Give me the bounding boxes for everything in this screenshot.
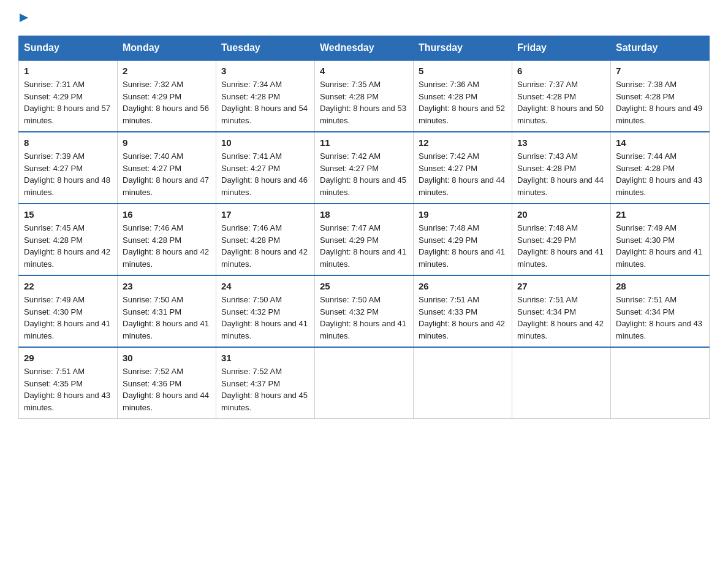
day-number: 21: [616, 209, 704, 220]
day-info: Sunrise: 7:49 AMSunset: 4:30 PMDaylight:…: [24, 294, 112, 342]
day-number: 11: [320, 137, 408, 148]
day-info: Sunrise: 7:46 AMSunset: 4:28 PMDaylight:…: [123, 222, 211, 270]
calendar-day-cell: 4 Sunrise: 7:35 AMSunset: 4:28 PMDayligh…: [315, 60, 414, 132]
calendar-day-cell: 11 Sunrise: 7:42 AMSunset: 4:27 PMDaylig…: [315, 132, 414, 204]
day-info: Sunrise: 7:45 AMSunset: 4:28 PMDaylight:…: [24, 222, 112, 270]
calendar-day-cell: 31 Sunrise: 7:52 AMSunset: 4:37 PMDaylig…: [216, 347, 315, 419]
calendar-day-cell: 5 Sunrise: 7:36 AMSunset: 4:28 PMDayligh…: [414, 60, 512, 132]
logo: [18, 12, 31, 23]
calendar-day-cell: 14 Sunrise: 7:44 AMSunset: 4:28 PMDaylig…: [611, 132, 710, 204]
day-number: 17: [221, 209, 309, 220]
calendar-day-cell: [611, 347, 710, 419]
day-info: Sunrise: 7:50 AMSunset: 4:31 PMDaylight:…: [123, 294, 211, 342]
day-info: Sunrise: 7:51 AMSunset: 4:34 PMDaylight:…: [517, 294, 605, 342]
day-number: 8: [24, 137, 112, 148]
day-number: 31: [221, 353, 309, 363]
day-info: Sunrise: 7:46 AMSunset: 4:28 PMDaylight:…: [221, 222, 309, 270]
day-info: Sunrise: 7:41 AMSunset: 4:27 PMDaylight:…: [221, 150, 309, 198]
day-number: 10: [221, 137, 309, 148]
calendar-day-cell: 15 Sunrise: 7:45 AMSunset: 4:28 PMDaylig…: [19, 204, 118, 275]
svg-marker-0: [20, 13, 28, 22]
day-info: Sunrise: 7:49 AMSunset: 4:30 PMDaylight:…: [616, 222, 704, 270]
calendar-day-cell: 29 Sunrise: 7:51 AMSunset: 4:35 PMDaylig…: [19, 347, 118, 419]
day-number: 5: [419, 66, 507, 76]
day-number: 29: [24, 353, 112, 363]
day-number: 12: [419, 137, 507, 148]
day-number: 13: [517, 137, 605, 148]
day-info: Sunrise: 7:37 AMSunset: 4:28 PMDaylight:…: [517, 79, 605, 126]
day-number: 19: [419, 209, 507, 220]
day-number: 30: [123, 353, 211, 363]
calendar-header-tuesday: Tuesday: [216, 36, 315, 61]
calendar-header-sunday: Sunday: [19, 36, 118, 61]
page-header: [18, 12, 710, 23]
calendar-day-cell: 8 Sunrise: 7:39 AMSunset: 4:27 PMDayligh…: [19, 132, 118, 204]
day-info: Sunrise: 7:39 AMSunset: 4:27 PMDaylight:…: [24, 150, 112, 198]
day-number: 16: [123, 209, 211, 220]
calendar-day-cell: 7 Sunrise: 7:38 AMSunset: 4:28 PMDayligh…: [611, 60, 710, 132]
calendar-day-cell: 28 Sunrise: 7:51 AMSunset: 4:34 PMDaylig…: [611, 275, 710, 347]
calendar-week-row: 1 Sunrise: 7:31 AMSunset: 4:29 PMDayligh…: [19, 60, 710, 132]
calendar-day-cell: 21 Sunrise: 7:49 AMSunset: 4:30 PMDaylig…: [611, 204, 710, 275]
day-info: Sunrise: 7:51 AMSunset: 4:35 PMDaylight:…: [24, 366, 112, 413]
day-info: Sunrise: 7:31 AMSunset: 4:29 PMDaylight:…: [24, 79, 112, 126]
calendar-header-monday: Monday: [118, 36, 216, 61]
day-info: Sunrise: 7:35 AMSunset: 4:28 PMDaylight:…: [320, 79, 408, 126]
calendar-header-wednesday: Wednesday: [315, 36, 414, 61]
calendar-day-cell: 9 Sunrise: 7:40 AMSunset: 4:27 PMDayligh…: [118, 132, 216, 204]
calendar-day-cell: 19 Sunrise: 7:48 AMSunset: 4:29 PMDaylig…: [414, 204, 512, 275]
day-number: 7: [616, 66, 704, 76]
day-number: 23: [123, 281, 211, 291]
calendar-header-thursday: Thursday: [414, 36, 512, 61]
calendar-day-cell: 27 Sunrise: 7:51 AMSunset: 4:34 PMDaylig…: [512, 275, 611, 347]
day-number: 15: [24, 209, 112, 220]
day-info: Sunrise: 7:34 AMSunset: 4:28 PMDaylight:…: [221, 79, 309, 126]
calendar-table: SundayMondayTuesdayWednesdayThursdayFrid…: [18, 36, 710, 419]
day-info: Sunrise: 7:50 AMSunset: 4:32 PMDaylight:…: [221, 294, 309, 342]
day-number: 18: [320, 209, 408, 220]
calendar-day-cell: 25 Sunrise: 7:50 AMSunset: 4:32 PMDaylig…: [315, 275, 414, 347]
calendar-header-friday: Friday: [512, 36, 611, 61]
calendar-day-cell: 2 Sunrise: 7:32 AMSunset: 4:29 PMDayligh…: [118, 60, 216, 132]
day-info: Sunrise: 7:51 AMSunset: 4:33 PMDaylight:…: [419, 294, 507, 342]
day-number: 28: [616, 281, 704, 291]
calendar-header-saturday: Saturday: [611, 36, 710, 61]
calendar-day-cell: [315, 347, 414, 419]
calendar-week-row: 8 Sunrise: 7:39 AMSunset: 4:27 PMDayligh…: [19, 132, 710, 204]
day-info: Sunrise: 7:50 AMSunset: 4:32 PMDaylight:…: [320, 294, 408, 342]
day-info: Sunrise: 7:43 AMSunset: 4:28 PMDaylight:…: [517, 150, 605, 198]
day-number: 9: [123, 137, 211, 148]
day-info: Sunrise: 7:38 AMSunset: 4:28 PMDaylight:…: [616, 79, 704, 126]
day-number: 4: [320, 66, 408, 76]
day-number: 6: [517, 66, 605, 76]
day-number: 14: [616, 137, 704, 148]
calendar-day-cell: 30 Sunrise: 7:52 AMSunset: 4:36 PMDaylig…: [118, 347, 216, 419]
calendar-week-row: 29 Sunrise: 7:51 AMSunset: 4:35 PMDaylig…: [19, 347, 710, 419]
logo-arrow-icon: [20, 12, 31, 23]
calendar-day-cell: 22 Sunrise: 7:49 AMSunset: 4:30 PMDaylig…: [19, 275, 118, 347]
calendar-day-cell: 20 Sunrise: 7:48 AMSunset: 4:29 PMDaylig…: [512, 204, 611, 275]
day-info: Sunrise: 7:36 AMSunset: 4:28 PMDaylight:…: [419, 79, 507, 126]
day-number: 20: [517, 209, 605, 220]
calendar-day-cell: [512, 347, 611, 419]
calendar-week-row: 22 Sunrise: 7:49 AMSunset: 4:30 PMDaylig…: [19, 275, 710, 347]
calendar-day-cell: 6 Sunrise: 7:37 AMSunset: 4:28 PMDayligh…: [512, 60, 611, 132]
calendar-day-cell: 16 Sunrise: 7:46 AMSunset: 4:28 PMDaylig…: [118, 204, 216, 275]
day-info: Sunrise: 7:42 AMSunset: 4:27 PMDaylight:…: [419, 150, 507, 198]
day-number: 3: [221, 66, 309, 76]
day-info: Sunrise: 7:51 AMSunset: 4:34 PMDaylight:…: [616, 294, 704, 342]
calendar-day-cell: 24 Sunrise: 7:50 AMSunset: 4:32 PMDaylig…: [216, 275, 315, 347]
day-info: Sunrise: 7:48 AMSunset: 4:29 PMDaylight:…: [419, 222, 507, 270]
day-info: Sunrise: 7:47 AMSunset: 4:29 PMDaylight:…: [320, 222, 408, 270]
day-info: Sunrise: 7:52 AMSunset: 4:37 PMDaylight:…: [221, 366, 309, 413]
day-info: Sunrise: 7:52 AMSunset: 4:36 PMDaylight:…: [123, 366, 211, 413]
calendar-day-cell: 3 Sunrise: 7:34 AMSunset: 4:28 PMDayligh…: [216, 60, 315, 132]
day-info: Sunrise: 7:32 AMSunset: 4:29 PMDaylight:…: [123, 79, 211, 126]
calendar-day-cell: 10 Sunrise: 7:41 AMSunset: 4:27 PMDaylig…: [216, 132, 315, 204]
calendar-day-cell: [414, 347, 512, 419]
day-number: 27: [517, 281, 605, 291]
day-number: 24: [221, 281, 309, 291]
calendar-day-cell: 12 Sunrise: 7:42 AMSunset: 4:27 PMDaylig…: [414, 132, 512, 204]
day-number: 26: [419, 281, 507, 291]
day-info: Sunrise: 7:44 AMSunset: 4:28 PMDaylight:…: [616, 150, 704, 198]
